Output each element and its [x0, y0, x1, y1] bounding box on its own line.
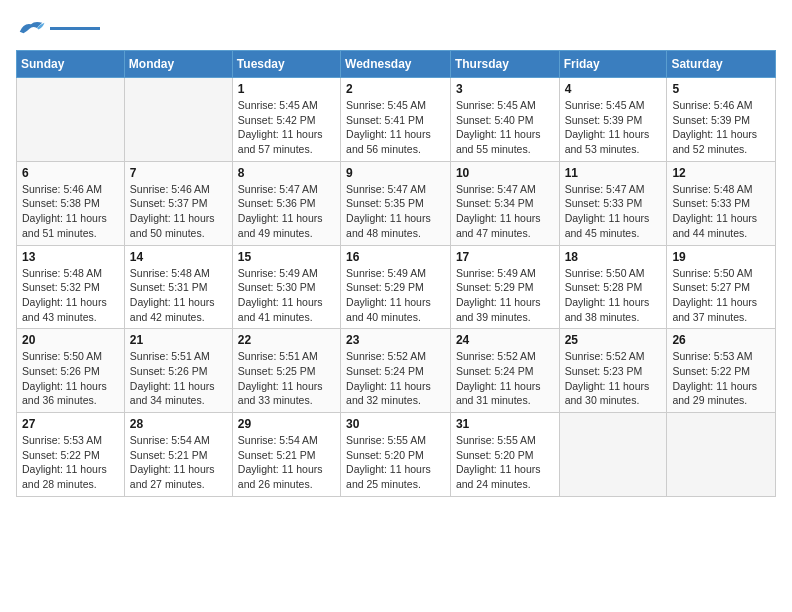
- day-number: 7: [130, 166, 227, 180]
- calendar-cell: 19Sunrise: 5:50 AMSunset: 5:27 PMDayligh…: [667, 245, 776, 329]
- logo-icon: [16, 16, 46, 40]
- day-info: Sunrise: 5:46 AMSunset: 5:39 PMDaylight:…: [672, 98, 770, 157]
- calendar-cell: 11Sunrise: 5:47 AMSunset: 5:33 PMDayligh…: [559, 161, 667, 245]
- day-info: Sunrise: 5:45 AMSunset: 5:39 PMDaylight:…: [565, 98, 662, 157]
- day-number: 25: [565, 333, 662, 347]
- calendar-cell: 23Sunrise: 5:52 AMSunset: 5:24 PMDayligh…: [341, 329, 451, 413]
- calendar-cell: 18Sunrise: 5:50 AMSunset: 5:28 PMDayligh…: [559, 245, 667, 329]
- calendar-week-1: 1Sunrise: 5:45 AMSunset: 5:42 PMDaylight…: [17, 78, 776, 162]
- day-info: Sunrise: 5:48 AMSunset: 5:33 PMDaylight:…: [672, 182, 770, 241]
- day-info: Sunrise: 5:50 AMSunset: 5:28 PMDaylight:…: [565, 266, 662, 325]
- calendar-cell: 16Sunrise: 5:49 AMSunset: 5:29 PMDayligh…: [341, 245, 451, 329]
- day-info: Sunrise: 5:52 AMSunset: 5:24 PMDaylight:…: [456, 349, 554, 408]
- calendar-cell: 29Sunrise: 5:54 AMSunset: 5:21 PMDayligh…: [232, 413, 340, 497]
- day-number: 23: [346, 333, 445, 347]
- calendar-week-2: 6Sunrise: 5:46 AMSunset: 5:38 PMDaylight…: [17, 161, 776, 245]
- calendar-cell: 31Sunrise: 5:55 AMSunset: 5:20 PMDayligh…: [450, 413, 559, 497]
- calendar-cell: 8Sunrise: 5:47 AMSunset: 5:36 PMDaylight…: [232, 161, 340, 245]
- weekday-header-friday: Friday: [559, 51, 667, 78]
- calendar-cell: 6Sunrise: 5:46 AMSunset: 5:38 PMDaylight…: [17, 161, 125, 245]
- day-number: 18: [565, 250, 662, 264]
- day-number: 4: [565, 82, 662, 96]
- weekday-header-sunday: Sunday: [17, 51, 125, 78]
- day-number: 24: [456, 333, 554, 347]
- calendar-cell: 17Sunrise: 5:49 AMSunset: 5:29 PMDayligh…: [450, 245, 559, 329]
- weekday-header-wednesday: Wednesday: [341, 51, 451, 78]
- calendar-cell: 3Sunrise: 5:45 AMSunset: 5:40 PMDaylight…: [450, 78, 559, 162]
- calendar-cell: 28Sunrise: 5:54 AMSunset: 5:21 PMDayligh…: [124, 413, 232, 497]
- calendar-cell: 14Sunrise: 5:48 AMSunset: 5:31 PMDayligh…: [124, 245, 232, 329]
- page-header: [16, 16, 776, 40]
- calendar-cell: 13Sunrise: 5:48 AMSunset: 5:32 PMDayligh…: [17, 245, 125, 329]
- calendar-cell: 4Sunrise: 5:45 AMSunset: 5:39 PMDaylight…: [559, 78, 667, 162]
- day-number: 11: [565, 166, 662, 180]
- day-info: Sunrise: 5:54 AMSunset: 5:21 PMDaylight:…: [238, 433, 335, 492]
- day-info: Sunrise: 5:45 AMSunset: 5:41 PMDaylight:…: [346, 98, 445, 157]
- calendar-cell: [559, 413, 667, 497]
- calendar-table: SundayMondayTuesdayWednesdayThursdayFrid…: [16, 50, 776, 497]
- calendar-cell: 5Sunrise: 5:46 AMSunset: 5:39 PMDaylight…: [667, 78, 776, 162]
- calendar-cell: 12Sunrise: 5:48 AMSunset: 5:33 PMDayligh…: [667, 161, 776, 245]
- calendar-cell: 26Sunrise: 5:53 AMSunset: 5:22 PMDayligh…: [667, 329, 776, 413]
- calendar-cell: 21Sunrise: 5:51 AMSunset: 5:26 PMDayligh…: [124, 329, 232, 413]
- calendar-cell: 7Sunrise: 5:46 AMSunset: 5:37 PMDaylight…: [124, 161, 232, 245]
- calendar-cell: [667, 413, 776, 497]
- day-info: Sunrise: 5:55 AMSunset: 5:20 PMDaylight:…: [346, 433, 445, 492]
- day-info: Sunrise: 5:50 AMSunset: 5:26 PMDaylight:…: [22, 349, 119, 408]
- calendar-cell: 9Sunrise: 5:47 AMSunset: 5:35 PMDaylight…: [341, 161, 451, 245]
- day-number: 3: [456, 82, 554, 96]
- day-info: Sunrise: 5:52 AMSunset: 5:23 PMDaylight:…: [565, 349, 662, 408]
- day-number: 14: [130, 250, 227, 264]
- day-number: 6: [22, 166, 119, 180]
- day-info: Sunrise: 5:53 AMSunset: 5:22 PMDaylight:…: [22, 433, 119, 492]
- weekday-header-saturday: Saturday: [667, 51, 776, 78]
- day-number: 16: [346, 250, 445, 264]
- day-info: Sunrise: 5:52 AMSunset: 5:24 PMDaylight:…: [346, 349, 445, 408]
- day-number: 8: [238, 166, 335, 180]
- day-number: 15: [238, 250, 335, 264]
- day-info: Sunrise: 5:50 AMSunset: 5:27 PMDaylight:…: [672, 266, 770, 325]
- day-info: Sunrise: 5:53 AMSunset: 5:22 PMDaylight:…: [672, 349, 770, 408]
- day-number: 10: [456, 166, 554, 180]
- weekday-header-thursday: Thursday: [450, 51, 559, 78]
- day-info: Sunrise: 5:45 AMSunset: 5:40 PMDaylight:…: [456, 98, 554, 157]
- day-info: Sunrise: 5:48 AMSunset: 5:32 PMDaylight:…: [22, 266, 119, 325]
- calendar-cell: [17, 78, 125, 162]
- calendar-cell: 24Sunrise: 5:52 AMSunset: 5:24 PMDayligh…: [450, 329, 559, 413]
- calendar-cell: 15Sunrise: 5:49 AMSunset: 5:30 PMDayligh…: [232, 245, 340, 329]
- day-number: 2: [346, 82, 445, 96]
- day-info: Sunrise: 5:47 AMSunset: 5:34 PMDaylight:…: [456, 182, 554, 241]
- calendar-cell: 20Sunrise: 5:50 AMSunset: 5:26 PMDayligh…: [17, 329, 125, 413]
- day-number: 1: [238, 82, 335, 96]
- logo: [16, 16, 100, 40]
- weekday-header-monday: Monday: [124, 51, 232, 78]
- day-number: 5: [672, 82, 770, 96]
- day-info: Sunrise: 5:49 AMSunset: 5:29 PMDaylight:…: [346, 266, 445, 325]
- calendar-cell: 2Sunrise: 5:45 AMSunset: 5:41 PMDaylight…: [341, 78, 451, 162]
- day-number: 9: [346, 166, 445, 180]
- day-number: 19: [672, 250, 770, 264]
- day-info: Sunrise: 5:47 AMSunset: 5:33 PMDaylight:…: [565, 182, 662, 241]
- day-number: 22: [238, 333, 335, 347]
- calendar-week-5: 27Sunrise: 5:53 AMSunset: 5:22 PMDayligh…: [17, 413, 776, 497]
- day-info: Sunrise: 5:46 AMSunset: 5:37 PMDaylight:…: [130, 182, 227, 241]
- day-number: 27: [22, 417, 119, 431]
- day-number: 30: [346, 417, 445, 431]
- day-number: 21: [130, 333, 227, 347]
- day-info: Sunrise: 5:55 AMSunset: 5:20 PMDaylight:…: [456, 433, 554, 492]
- day-number: 13: [22, 250, 119, 264]
- day-info: Sunrise: 5:48 AMSunset: 5:31 PMDaylight:…: [130, 266, 227, 325]
- day-info: Sunrise: 5:49 AMSunset: 5:30 PMDaylight:…: [238, 266, 335, 325]
- day-info: Sunrise: 5:47 AMSunset: 5:35 PMDaylight:…: [346, 182, 445, 241]
- day-info: Sunrise: 5:54 AMSunset: 5:21 PMDaylight:…: [130, 433, 227, 492]
- day-info: Sunrise: 5:45 AMSunset: 5:42 PMDaylight:…: [238, 98, 335, 157]
- calendar-week-4: 20Sunrise: 5:50 AMSunset: 5:26 PMDayligh…: [17, 329, 776, 413]
- day-number: 12: [672, 166, 770, 180]
- calendar-cell: 30Sunrise: 5:55 AMSunset: 5:20 PMDayligh…: [341, 413, 451, 497]
- day-info: Sunrise: 5:51 AMSunset: 5:26 PMDaylight:…: [130, 349, 227, 408]
- day-number: 20: [22, 333, 119, 347]
- calendar-body: 1Sunrise: 5:45 AMSunset: 5:42 PMDaylight…: [17, 78, 776, 497]
- calendar-week-3: 13Sunrise: 5:48 AMSunset: 5:32 PMDayligh…: [17, 245, 776, 329]
- day-number: 26: [672, 333, 770, 347]
- calendar-cell: 10Sunrise: 5:47 AMSunset: 5:34 PMDayligh…: [450, 161, 559, 245]
